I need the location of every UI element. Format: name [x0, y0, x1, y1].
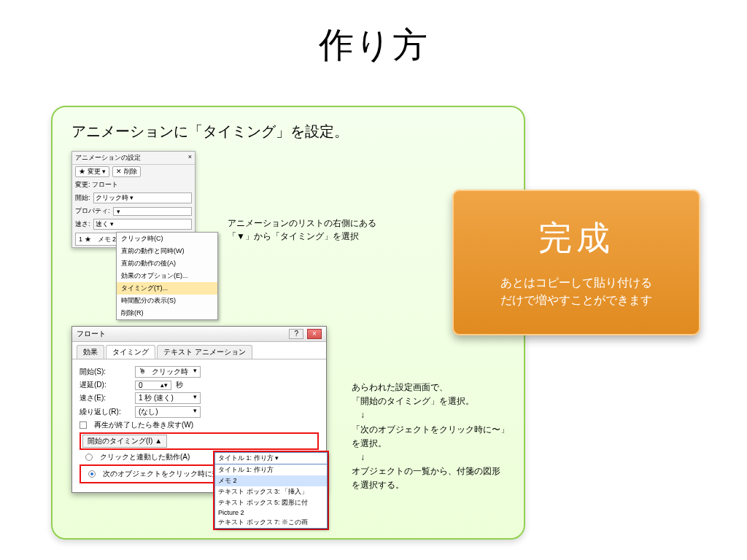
start-label: 開始:: [75, 193, 90, 203]
field-repeat-select[interactable]: (なし)▾: [135, 406, 201, 418]
radio-object[interactable]: [88, 470, 96, 478]
object-dropdown[interactable]: タイトル 1: 作り方 ▾タイトル 1: 作り方メモ 2テキスト ボックス 3:…: [214, 452, 328, 529]
remove-button[interactable]: ✕ 削除: [112, 166, 141, 177]
page-title: 作り方: [0, 22, 747, 69]
field-speed-select[interactable]: 1 秒 (速く)▾: [135, 392, 201, 404]
field-delay-input[interactable]: 0▴▾: [135, 381, 171, 390]
menu-item[interactable]: 効果のオプション(E)...: [117, 270, 217, 282]
trigger-button[interactable]: 開始のタイミング(I) ▲: [82, 435, 167, 448]
dropdown-item[interactable]: テキスト ボックス 7: ※この画: [215, 517, 327, 528]
dialog-title: フロート: [77, 329, 106, 339]
start-select[interactable]: クリック時 ▾: [93, 192, 192, 203]
menu-item[interactable]: 直前の動作の後(A): [117, 257, 217, 270]
menu-item[interactable]: 削除(R): [117, 307, 217, 319]
dialog-tab[interactable]: テキスト アニメーション: [157, 345, 252, 359]
speed-label: 速さ:: [75, 219, 90, 229]
delay-unit: 秒: [176, 380, 183, 390]
field-speed-label: 速さ(E):: [80, 393, 131, 403]
dialog-tab[interactable]: 効果: [77, 345, 104, 359]
field-start-label: 開始(S):: [80, 367, 131, 377]
change-button[interactable]: ★ 変更 ▾: [75, 166, 109, 177]
context-menu: クリック時(C)直前の動作と同時(W)直前の動作の後(A)効果のオプション(E)…: [116, 232, 218, 320]
completion-title: 完成: [452, 216, 700, 261]
prop-label: プロパティ:: [75, 206, 110, 216]
trigger-highlight: 開始のタイミング(I) ▲: [80, 432, 319, 450]
card-heading: アニメーションに「タイミング」を設定。: [71, 122, 505, 141]
dropdown-item[interactable]: タイトル 1: 作り方: [215, 464, 327, 475]
dialog-tab[interactable]: タイミング: [106, 345, 155, 359]
field-repeat-label: 繰り返し(R):: [80, 407, 131, 417]
pane-kind-label: 変更: フロート: [75, 180, 118, 190]
caption-1: アニメーションのリストの右側にある 「▼」から「タイミング」を選択: [228, 217, 376, 243]
prop-select[interactable]: ▾: [113, 207, 192, 216]
menu-item[interactable]: 時間配分の表示(S): [117, 295, 217, 307]
rewind-checkbox[interactable]: [80, 421, 87, 429]
dropdown-item[interactable]: テキスト ボックス 5: 図形に付: [215, 497, 327, 508]
completion-subtitle: あとはコピーして貼り付ける だけで増やすことができます: [452, 274, 700, 309]
animation-pane: アニメーションの設定 × ★ 変更 ▾ ✕ 削除 変更: フロート 開始: クリ…: [71, 151, 196, 248]
dropdown-item[interactable]: メモ 2: [215, 475, 327, 486]
menu-item[interactable]: タイミング(T)...: [117, 282, 217, 295]
radio-anim[interactable]: [85, 454, 93, 461]
completion-callout: 完成 あとはコピーして貼り付ける だけで増やすことができます: [452, 190, 700, 335]
dropdown-item[interactable]: テキスト ボックス 3: 「挿入」: [215, 486, 327, 497]
radio-anim-label: クリックと連動した動作(A): [100, 452, 190, 462]
close-icon[interactable]: ×: [307, 329, 322, 339]
help-icon[interactable]: ?: [289, 329, 303, 339]
pane-title: アニメーションの設定: [75, 153, 141, 163]
menu-item[interactable]: 直前の動作と同時(W): [117, 245, 217, 257]
timing-dialog: フロート ? × 効果タイミングテキスト アニメーション 開始(S): 🖱 クリ…: [71, 326, 327, 493]
dropdown-selected[interactable]: タイトル 1: 作り方 ▾: [215, 453, 327, 464]
field-start-select[interactable]: 🖱 クリック時▾: [135, 366, 201, 378]
speed-select[interactable]: 速く ▾: [93, 219, 192, 230]
menu-item[interactable]: クリック時(C): [117, 233, 217, 245]
close-icon[interactable]: ×: [188, 153, 192, 163]
caption-2: あらわれた設定画面で、 「開始のタイミング」を選択。 ↓ 「次のオブジェクトをク…: [352, 381, 509, 493]
field-delay-label: 遅延(D):: [80, 380, 131, 390]
rewind-label: 再生が終了したら巻き戻す(W): [94, 420, 193, 430]
dropdown-item[interactable]: Picture 2: [215, 508, 327, 517]
